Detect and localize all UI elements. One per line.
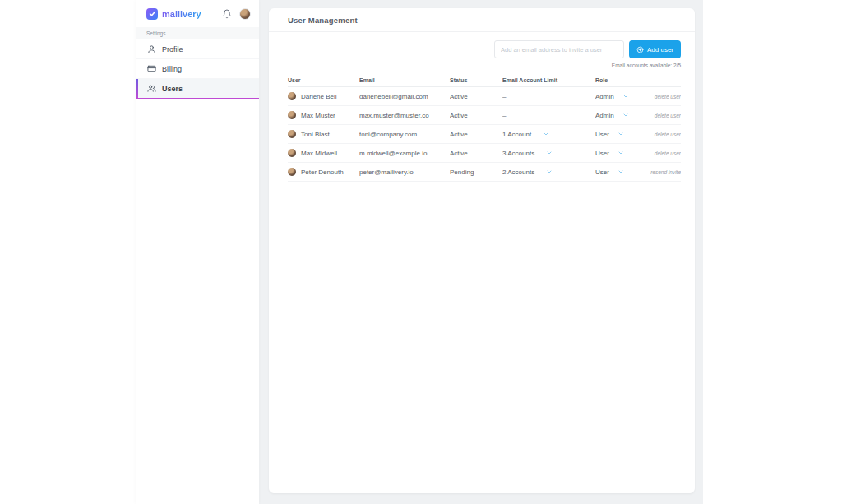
- mailivery-logo-icon: [146, 8, 158, 20]
- limit-dropdown[interactable]: 3 Accounts: [502, 150, 595, 157]
- email-cell: max.muster@muster.co: [359, 112, 450, 119]
- user-name-cell: Max Midwell: [288, 149, 359, 157]
- sidebar-item-profile[interactable]: Profile: [136, 39, 259, 59]
- table-row: Max Muster max.muster@muster.co Active –…: [288, 106, 681, 125]
- users-table: User Email Status Email Account Limit Ro…: [288, 74, 681, 182]
- invite-email-input[interactable]: [494, 40, 624, 58]
- sidebar: mailivery Settings Profile Billing Users: [136, 0, 259, 504]
- credit-card-icon: [147, 64, 156, 73]
- page-title: User Management: [269, 8, 695, 32]
- chevron-down-icon: [622, 112, 629, 118]
- delete-user-link[interactable]: delete user: [655, 94, 681, 99]
- delete-user-link[interactable]: delete user: [655, 132, 681, 137]
- chevron-down-icon: [618, 150, 624, 156]
- user-name-cell: Peter Denouth: [288, 168, 359, 176]
- status-cell: Active: [450, 131, 502, 138]
- row-avatar: [288, 168, 296, 176]
- row-actions: delete user: [639, 132, 681, 137]
- chevron-down-icon: [618, 169, 624, 175]
- status-cell: Active: [450, 112, 502, 119]
- users-icon: [147, 84, 156, 93]
- limit-cell: –: [502, 112, 595, 119]
- user-avatar[interactable]: [239, 8, 251, 20]
- add-user-button-label: Add user: [647, 46, 673, 53]
- row-actions: delete user: [639, 113, 681, 118]
- column-header-role: Role: [595, 77, 639, 83]
- sidebar-item-billing[interactable]: Billing: [136, 59, 259, 79]
- column-header-status: Status: [450, 77, 502, 83]
- column-header-limit: Email Account Limit: [502, 77, 595, 83]
- user-name-cell: Toni Blast: [288, 130, 359, 138]
- person-icon: [147, 44, 156, 53]
- invite-toolbar: Add user: [269, 40, 681, 58]
- sidebar-item-users[interactable]: Users: [136, 79, 259, 99]
- chevron-down-icon: [546, 150, 553, 156]
- limit-dropdown[interactable]: 2 Accounts: [502, 169, 595, 176]
- email-cell: m.midwell@example.io: [359, 150, 450, 157]
- delete-user-link[interactable]: delete user: [655, 113, 681, 118]
- add-user-button[interactable]: Add user: [629, 40, 681, 58]
- table-row: Darlene Bell darlenebell@gmail.com Activ…: [288, 87, 681, 106]
- role-dropdown[interactable]: User: [595, 169, 639, 176]
- status-cell: Pending: [450, 169, 502, 176]
- plus-circle-icon: [636, 46, 644, 53]
- email-cell: darlenebell@gmail.com: [359, 93, 450, 100]
- notifications-bell-icon[interactable]: [222, 9, 232, 19]
- user-name-cell: Darlene Bell: [288, 92, 359, 100]
- role-dropdown[interactable]: Admin: [595, 112, 639, 119]
- limit-cell: –: [502, 93, 595, 100]
- column-header-email: Email: [359, 77, 450, 83]
- row-actions: delete user: [639, 94, 681, 99]
- status-cell: Active: [450, 150, 502, 157]
- row-avatar: [288, 92, 296, 100]
- sidebar-item-label: Users: [162, 85, 183, 93]
- role-dropdown[interactable]: Admin: [595, 93, 639, 100]
- chevron-down-icon: [546, 169, 553, 175]
- email-accounts-available-note: Email accounts available: 2/5: [269, 62, 681, 68]
- sidebar-item-label: Billing: [162, 65, 182, 73]
- delete-user-link[interactable]: delete user: [655, 150, 681, 156]
- limit-dropdown[interactable]: 1 Account: [502, 131, 595, 138]
- table-row: Max Midwell m.midwell@example.io Active …: [288, 144, 681, 163]
- table-header-row: User Email Status Email Account Limit Ro…: [288, 74, 681, 87]
- resend-invite-link[interactable]: resend invite: [650, 169, 681, 175]
- chevron-down-icon: [622, 93, 629, 99]
- chevron-down-icon: [618, 131, 624, 137]
- row-avatar: [288, 111, 296, 119]
- row-avatar: [288, 130, 296, 138]
- user-management-card: User Management Add user Email accounts …: [269, 8, 695, 493]
- row-avatar: [288, 149, 296, 157]
- email-cell: peter@mailivery.io: [359, 169, 450, 176]
- main-background: User Management Add user Email accounts …: [259, 0, 703, 504]
- brand-wordmark: mailivery: [162, 9, 201, 19]
- status-cell: Active: [450, 93, 502, 100]
- chevron-down-icon: [543, 131, 549, 137]
- table-row: Toni Blast toni@company.com Active 1 Acc…: [288, 125, 681, 144]
- sidebar-section-label: Settings: [136, 27, 259, 39]
- column-header-user: User: [288, 77, 359, 83]
- row-actions: resend invite: [639, 169, 681, 175]
- table-row: Peter Denouth peter@mailivery.io Pending…: [288, 163, 681, 182]
- email-cell: toni@company.com: [359, 131, 450, 138]
- role-dropdown[interactable]: User: [595, 150, 639, 157]
- sidebar-header: mailivery: [136, 0, 259, 27]
- user-name-cell: Max Muster: [288, 111, 359, 119]
- sidebar-item-label: Profile: [162, 45, 183, 53]
- row-actions: delete user: [639, 150, 681, 156]
- role-dropdown[interactable]: User: [595, 131, 639, 138]
